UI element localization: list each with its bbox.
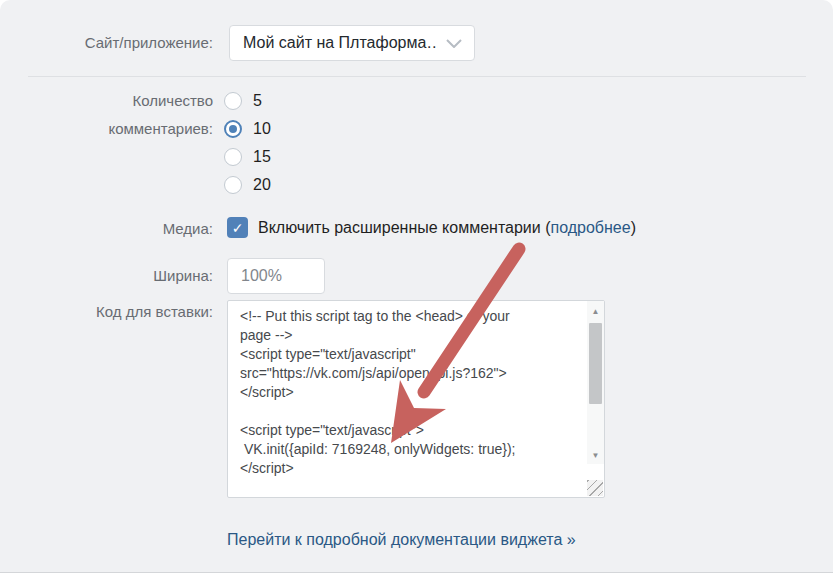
embed-code-textarea[interactable]: <!-- Put this script tag to the <head> o… (227, 300, 605, 498)
radio-option-20[interactable]: 20 (224, 171, 271, 199)
site-app-select[interactable]: Мой сайт на Плтаформа… (229, 25, 475, 61)
comments-count-label-line1: Количество (0, 87, 213, 115)
embed-code-content[interactable]: <!-- Put this script tag to the <head> o… (240, 307, 574, 489)
textarea-scrollbar[interactable]: ▲ ▼ (587, 301, 604, 464)
comments-count-label-line2: комментариев: (0, 115, 213, 143)
media-description-suffix: ) (631, 219, 636, 236)
scroll-down-icon[interactable]: ▼ (587, 447, 604, 464)
radio-option-10[interactable]: 10 (224, 115, 271, 143)
radio-option-15[interactable]: 15 (224, 143, 271, 171)
embed-code-label: Код для вставки: (0, 303, 213, 321)
radio-button-checked[interactable] (224, 120, 242, 138)
details-link[interactable]: подробнее (551, 219, 631, 236)
documentation-link[interactable]: Перейти к подробной документации виджета… (227, 531, 576, 549)
radio-option-5[interactable]: 5 (224, 87, 271, 115)
comments-count-label: Количество комментариев: (0, 87, 213, 143)
radio-option-label: 20 (253, 176, 271, 194)
resize-grip[interactable] (587, 480, 603, 496)
media-label: Медиа: (0, 220, 213, 238)
section-divider (28, 76, 806, 77)
radio-button[interactable] (224, 148, 242, 166)
media-description-text: Включить расширенные комментарии ( (258, 219, 551, 236)
radio-option-label: 10 (253, 120, 271, 138)
comments-count-radio-group: 5 10 15 20 (224, 87, 271, 199)
width-label: Ширина: (0, 267, 213, 285)
widget-settings-panel: Сайт/приложение: Мой сайт на Плтаформа… … (0, 0, 833, 573)
media-checkbox[interactable]: ✓ (227, 217, 248, 238)
radio-button[interactable] (224, 176, 242, 194)
radio-option-label: 15 (253, 148, 271, 166)
width-value: 100% (241, 267, 282, 284)
scrollbar-thumb[interactable] (589, 323, 602, 404)
radio-option-label: 5 (253, 92, 262, 110)
check-icon: ✓ (232, 220, 244, 236)
media-description: Включить расширенные комментарии (подроб… (258, 219, 636, 237)
chevron-down-icon (446, 34, 462, 52)
site-app-selected-value: Мой сайт на Плтаформа… (243, 34, 438, 52)
scroll-up-icon[interactable]: ▲ (587, 303, 604, 320)
radio-button[interactable] (224, 92, 242, 110)
site-app-label: Сайт/приложение: (0, 34, 213, 52)
width-input[interactable]: 100% (227, 258, 325, 294)
